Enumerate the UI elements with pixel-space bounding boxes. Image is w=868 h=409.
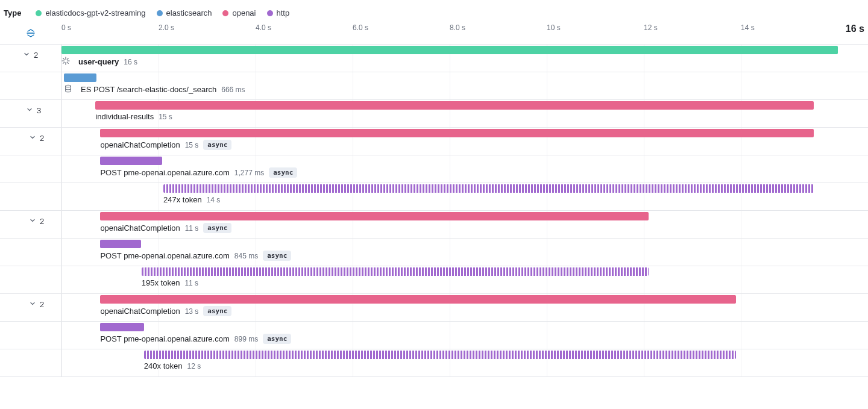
span-row[interactable]: 3individual-results15 s — [0, 100, 868, 128]
child-count: 3 — [37, 106, 41, 115]
span-name: 247x token — [163, 195, 202, 204]
chevron-down-icon[interactable] — [26, 106, 33, 115]
span-duration: 13 s — [185, 307, 199, 316]
timeline-tick: 12 s — [644, 23, 658, 44]
span-name: 240x token — [144, 361, 183, 370]
span-duration: 11 s — [185, 224, 199, 233]
span-name: POST pme-openai.openai.azure.com — [100, 168, 229, 177]
child-count: 2 — [40, 134, 44, 143]
legend-swatch — [36, 10, 42, 16]
database-icon — [64, 84, 72, 95]
row-track: openaiChatCompletion11 sasync — [61, 211, 838, 238]
legend-item[interactable]: openai — [222, 8, 256, 17]
row-track: ES POST /search-elastic-docs/_search666 … — [61, 72, 838, 99]
row-gutter: 2 — [0, 128, 61, 155]
span-bar[interactable] — [100, 323, 143, 331]
span-bar[interactable] — [100, 212, 649, 220]
span-row[interactable]: POST pme-openai.openai.azure.com845 msas… — [0, 239, 868, 266]
span-label-line: POST pme-openai.openai.azure.com899 msas… — [100, 334, 291, 344]
child-count: 2 — [40, 300, 44, 309]
timeline-header: 0 s2.0 s4.0 s6.0 s8.0 s10 s12 s14 s 16 s — [0, 23, 868, 44]
timeline-tick: 10 s — [547, 23, 561, 44]
span-duration: 16 s — [124, 58, 137, 66]
span-bar[interactable] — [142, 267, 649, 276]
span-row[interactable]: 195x token11 s — [0, 266, 868, 294]
child-count: 2 — [34, 51, 38, 60]
legend-text: http — [277, 8, 290, 17]
collapse-all-icon[interactable] — [26, 28, 36, 40]
span-label-line: user-query16 s — [61, 57, 137, 67]
span-bar[interactable] — [95, 101, 813, 110]
span-bar[interactable] — [100, 240, 141, 248]
span-row[interactable]: 2openaiChatCompletion11 sasync — [0, 211, 868, 239]
span-row[interactable]: POST pme-openai.openai.azure.com1,277 ms… — [0, 155, 868, 183]
legend-text: openai — [232, 8, 256, 17]
span-bar[interactable] — [144, 351, 736, 359]
chevron-down-icon[interactable] — [29, 300, 36, 309]
row-gutter: 2 — [0, 211, 61, 238]
span-name: 195x token — [142, 278, 180, 287]
child-count: 2 — [40, 217, 44, 226]
legend-item[interactable]: http — [267, 8, 290, 17]
span-row[interactable]: ES POST /search-elastic-docs/_search666 … — [0, 72, 868, 100]
span-name: POST pme-openai.openai.azure.com — [100, 251, 229, 260]
span-name: POST pme-openai.openai.azure.com — [100, 334, 229, 343]
legend-text: elasticsearch — [166, 8, 212, 17]
timeline-tick: 4.0 s — [256, 23, 271, 44]
span-duration: 15 s — [185, 141, 199, 149]
timeline-tick: 2.0 s — [159, 23, 174, 44]
span-duration: 899 ms — [234, 335, 258, 343]
span-row[interactable]: 2user-query16 s — [0, 45, 868, 72]
row-track: 195x token11 s — [61, 266, 838, 293]
legend: Type elasticdocs-gpt-v2-streamingelastic… — [0, 0, 868, 23]
row-track: POST pme-openai.openai.azure.com1,277 ms… — [61, 155, 838, 183]
span-name: individual-results — [95, 112, 154, 121]
span-duration: 15 s — [159, 113, 172, 121]
span-name: openaiChatCompletion — [100, 223, 180, 233]
legend-item[interactable]: elasticdocs-gpt-v2-streaming — [36, 8, 145, 17]
row-track: individual-results15 s — [61, 100, 838, 127]
row-gutter — [0, 322, 61, 349]
legend-swatch — [157, 10, 163, 16]
timeline-tick: 8.0 s — [450, 23, 465, 44]
span-bar[interactable] — [100, 295, 736, 304]
span-row[interactable]: POST pme-openai.openai.azure.com899 msas… — [0, 322, 868, 349]
svg-point-0 — [66, 85, 71, 87]
legend-swatch — [267, 10, 273, 16]
span-bar[interactable] — [100, 157, 162, 165]
span-duration: 845 ms — [234, 252, 258, 260]
span-label-line: ES POST /search-elastic-docs/_search666 … — [64, 84, 245, 95]
span-bar[interactable] — [64, 73, 96, 82]
row-track: openaiChatCompletion13 sasync — [61, 294, 838, 321]
chevron-down-icon[interactable] — [29, 134, 36, 143]
chevron-down-icon[interactable] — [23, 51, 30, 60]
span-duration: 1,277 ms — [234, 169, 264, 177]
row-gutter — [0, 183, 61, 210]
row-track: POST pme-openai.openai.azure.com899 msas… — [61, 322, 838, 349]
span-name: openaiChatCompletion — [100, 140, 180, 149]
span-duration: 14 s — [207, 196, 221, 204]
chevron-down-icon[interactable] — [29, 217, 36, 226]
span-row[interactable]: 240x token12 s — [0, 349, 868, 377]
span-label-line: POST pme-openai.openai.azure.com1,277 ms… — [100, 167, 297, 178]
row-gutter: 2 — [0, 294, 61, 321]
span-name: user-query — [78, 57, 119, 66]
row-track: user-query16 s — [61, 45, 838, 72]
row-gutter — [0, 239, 61, 266]
async-tag: async — [203, 223, 231, 233]
span-label-line: individual-results15 s — [95, 112, 172, 121]
span-bar[interactable] — [163, 184, 814, 193]
legend-text: elasticdocs-gpt-v2-streaming — [45, 8, 145, 17]
span-row[interactable]: 247x token14 s — [0, 183, 868, 211]
async-tag: async — [263, 334, 291, 344]
span-row[interactable]: 2openaiChatCompletion13 sasync — [0, 294, 868, 322]
row-gutter: 3 — [0, 100, 61, 127]
span-row[interactable]: 2openaiChatCompletion15 sasync — [0, 128, 868, 155]
legend-item[interactable]: elasticsearch — [157, 8, 212, 17]
span-bar[interactable] — [61, 46, 838, 54]
async-tag: async — [203, 306, 231, 316]
trace-waterfall: Type elasticdocs-gpt-v2-streamingelastic… — [0, 0, 868, 409]
collapse-all-gutter — [0, 28, 61, 40]
span-bar[interactable] — [100, 129, 813, 137]
chart-area: 0 s2.0 s4.0 s6.0 s8.0 s10 s12 s14 s 16 s… — [0, 23, 868, 377]
